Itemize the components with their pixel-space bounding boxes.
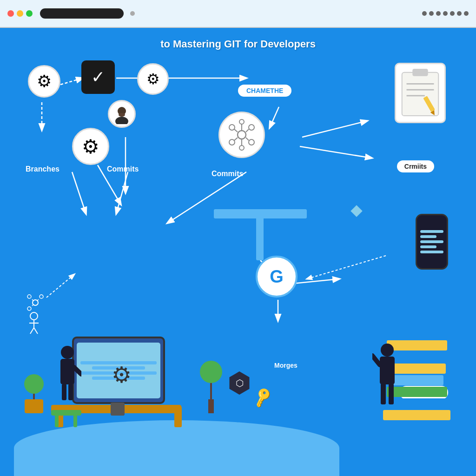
- svg-line-54: [34, 328, 38, 334]
- phone-line: [420, 230, 443, 233]
- pot: [25, 399, 43, 413]
- git-icon: G: [270, 267, 284, 287]
- svg-rect-46: [380, 357, 395, 384]
- svg-line-0: [60, 78, 83, 85]
- plant-right: [200, 361, 222, 413]
- commits-right-badge: Crmiits: [397, 160, 434, 172]
- commits-center-label: Commits: [212, 170, 243, 178]
- svg-line-6: [300, 146, 372, 158]
- svg-line-29: [234, 138, 238, 140]
- desk-leg-right: [174, 406, 182, 427]
- svg-line-53: [30, 328, 34, 334]
- svg-point-45: [381, 344, 394, 357]
- gear-top-mid-node: ⚙: [137, 63, 169, 95]
- merges-label: Morges: [274, 362, 298, 369]
- browser-chrome: [0, 0, 476, 28]
- phone-line: [420, 240, 443, 243]
- svg-line-30: [246, 138, 249, 140]
- ground-hill: [14, 420, 339, 476]
- phone-screen: [420, 230, 443, 253]
- svg-line-11: [293, 279, 339, 284]
- small-figure-icon: [26, 311, 42, 337]
- branches-label: Branches: [26, 165, 60, 173]
- svg-line-28: [246, 129, 249, 132]
- gear-monitor-icon: ⚙: [112, 362, 132, 388]
- cluster-icon: [26, 293, 45, 314]
- address-bar[interactable]: [40, 8, 124, 19]
- small-person-icon: [26, 311, 42, 335]
- hex-icon: ⬡: [228, 371, 251, 395]
- nav-dot: [450, 11, 455, 16]
- person-left-icon: [53, 344, 81, 404]
- svg-line-47: [372, 356, 380, 365]
- hex-inner-icon: ⬡: [236, 377, 244, 389]
- checkmark-icon: ✓: [91, 67, 105, 87]
- book: [383, 410, 450, 420]
- minimize-dot[interactable]: [17, 10, 23, 17]
- stool-leg-right: [73, 414, 77, 427]
- svg-point-18: [115, 117, 128, 124]
- svg-point-24: [249, 139, 254, 145]
- svg-rect-48: [381, 383, 386, 404]
- svg-point-56: [27, 295, 31, 298]
- svg-point-25: [239, 119, 244, 124]
- svg-line-59: [32, 299, 33, 301]
- gear-icon: ⚙: [82, 135, 99, 158]
- gear-icon: ⚙: [146, 70, 160, 88]
- commits-top-label: Commits: [107, 165, 139, 173]
- clipboard-node: [395, 63, 446, 123]
- stool-leg-left: [55, 414, 59, 427]
- nav-dot: [464, 11, 469, 16]
- svg-line-9: [46, 274, 74, 298]
- svg-line-5: [302, 121, 367, 137]
- nav-dot: [429, 11, 434, 16]
- gear-icon: ⚙: [37, 72, 52, 91]
- svg-point-40: [61, 346, 74, 359]
- maximize-dot[interactable]: [26, 10, 33, 17]
- git-circle-node: G: [256, 256, 298, 298]
- svg-line-60: [37, 299, 39, 301]
- svg-line-16: [72, 172, 86, 214]
- person-desk-silhouette: [53, 344, 81, 406]
- stem: [210, 381, 212, 399]
- browser-right-controls: [422, 11, 469, 16]
- gear-mid-left-node: ⚙: [72, 128, 109, 165]
- nav-dot: [457, 11, 462, 16]
- nav-dot: [436, 11, 441, 16]
- page-title: to Mastering GIT for Developers: [160, 38, 316, 50]
- person-right-icon: [372, 342, 403, 409]
- network-icon: [225, 118, 258, 152]
- person-right-silhouette: [372, 342, 403, 411]
- svg-line-4: [270, 107, 279, 128]
- svg-point-57: [40, 295, 43, 298]
- svg-rect-34: [412, 69, 428, 76]
- svg-line-15: [116, 172, 128, 214]
- gear-top-left-node: ⚙: [28, 65, 60, 98]
- chamethe-badge: CHAMETHE: [237, 84, 292, 98]
- svg-point-58: [27, 307, 31, 311]
- close-dot[interactable]: [7, 10, 14, 17]
- network-small-icon: [26, 293, 45, 312]
- pipe-diamond: [350, 205, 362, 217]
- network-center-node: [218, 112, 265, 158]
- svg-point-22: [249, 125, 254, 130]
- pipe-vertical: [256, 209, 264, 260]
- svg-point-19: [119, 113, 125, 117]
- svg-line-42: [74, 367, 81, 374]
- svg-point-20: [238, 131, 246, 139]
- clipboard-icon: [399, 68, 441, 118]
- nav-dot: [443, 11, 448, 16]
- monitor-stand: [111, 403, 125, 416]
- svg-rect-44: [68, 384, 73, 400]
- person-icon: [112, 104, 132, 124]
- svg-point-21: [229, 125, 235, 130]
- checkbox-node: ✓: [81, 60, 115, 94]
- trunk: [208, 399, 214, 413]
- address-dot: [130, 11, 135, 16]
- main-content: to Mastering GIT for Developers: [0, 28, 476, 476]
- checkbox-icon: ✓: [81, 60, 115, 94]
- svg-point-23: [229, 139, 235, 145]
- key-icon: 🔑: [251, 386, 275, 409]
- phone-icon: [416, 214, 448, 270]
- phone-line: [420, 245, 436, 248]
